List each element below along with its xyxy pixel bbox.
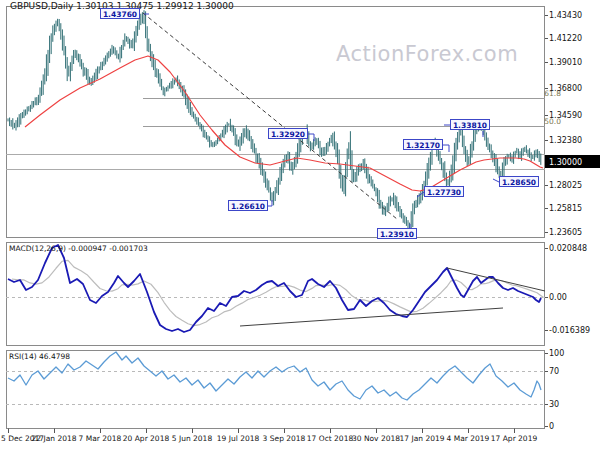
date-label: 3 Sep 2018 — [263, 434, 306, 443]
date-label: 17 Jan 2019 — [400, 434, 445, 443]
price-level-label: 1.27730 — [424, 186, 464, 197]
date-label: 4 Mar 2019 — [447, 434, 490, 443]
date-label: 20 Apr 2018 — [123, 434, 170, 443]
date-label: 22 Jan 2018 — [32, 434, 77, 443]
rsi-axis-label: 30 — [549, 400, 559, 409]
macd-indicator-label: MACD(12,26,9) -0.000947 -0.001703 — [9, 244, 148, 253]
price-level-label: 1.32170 — [403, 139, 443, 150]
price-level-label: 1.23910 — [377, 228, 417, 239]
date-label: 17 Oct 2018 — [307, 434, 354, 443]
price-axis-label: 1.34590 — [549, 111, 582, 120]
price-axis-label: 1.41220 — [549, 34, 582, 43]
chart-root: 61.850.01.434301.412201.390101.368001.34… — [0, 0, 600, 450]
chart-canvas: 61.850.01.434301.412201.390101.368001.34… — [0, 0, 600, 450]
date-label: 19 Jul 2018 — [217, 434, 260, 443]
rsi-axis-label: 100 — [549, 349, 564, 358]
price-axis-label: 1.32380 — [549, 136, 582, 145]
macd-axis-label: 0.00 — [549, 293, 567, 302]
price-level-label: 1.43760 — [100, 8, 140, 19]
price-axis-label: 1.43430 — [549, 11, 582, 20]
price-axis-label: 1.28025 — [549, 181, 582, 190]
rsi-axis-label: 0 — [549, 422, 554, 431]
date-label: 5 Jun 2018 — [172, 434, 213, 443]
price-level-label: 1.33810 — [450, 119, 490, 130]
price-axis-label: 1.36800 — [549, 84, 582, 93]
macd-axis-label: -0.016389 — [549, 326, 590, 335]
rsi-axis-label: 70 — [549, 367, 559, 376]
price-axis-label: 1.23605 — [549, 228, 582, 237]
price-level-label: 1.28650 — [499, 176, 539, 187]
date-label: 30 Nov 2018 — [352, 434, 400, 443]
date-label: 17 Apr 2019 — [491, 434, 538, 443]
macd-axis-label: 0.020848 — [549, 244, 587, 253]
price-level-label: 1.32920 — [268, 128, 308, 139]
price-axis-label: 1.39010 — [549, 58, 582, 67]
price-axis-label: 1.25815 — [549, 204, 582, 213]
date-label: 7 Mar 2018 — [79, 434, 122, 443]
watermark: ActionForex.com — [336, 42, 518, 66]
price-level-label: 1.26610 — [228, 200, 268, 211]
rsi-indicator-label: RSI(14) 46.4798 — [9, 352, 70, 361]
current-price-label: 1.30000 — [549, 158, 582, 167]
